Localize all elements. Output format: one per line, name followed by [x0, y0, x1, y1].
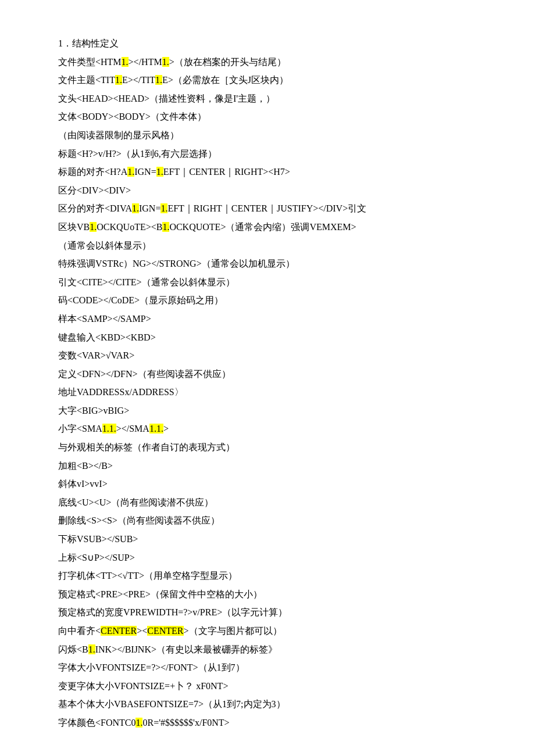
line-25: 斜体vI>vvI>: [58, 475, 488, 493]
highlighted-text: 1.: [122, 57, 129, 67]
highlighted-text: 1.: [132, 203, 139, 213]
highlighted-text: 1.: [162, 222, 169, 232]
highlighted-text: 1.: [160, 203, 167, 213]
highlighted-text: 1.1.: [149, 424, 163, 433]
line-5: 文体<BODY><BODY>（文件本体）: [58, 108, 488, 126]
line-9: 区分<DIV><DIV>: [58, 182, 488, 199]
line-18: 变数<VAR>√VAR>: [58, 347, 488, 364]
highlighted-text: CENTER: [147, 626, 183, 636]
line-20: 地址VADDRESSx/ADDRESS〉: [58, 384, 488, 401]
line-24: 加粗<B></B>: [58, 457, 488, 475]
highlighted-text: 1.: [90, 222, 97, 232]
line-33: 向中看齐<CENTER><CENTER>（文字与图片都可以）: [58, 622, 488, 640]
line-2: 文件类型<HTM1.></HTM1.>（放在档案的开头与结尾）: [58, 53, 488, 71]
main-content: 1．结构性定义文件类型<HTM1.></HTM1.>（放在档案的开头与结尾）文件…: [58, 35, 488, 732]
line-31: 预定格式<PRE><PRE>（保留文件中空格的大小）: [58, 586, 488, 603]
line-29: 上标<S∪P></SUP>: [58, 549, 488, 567]
line-8: 标题的对齐<H?A1.IGN=1.EFT｜CENTER｜RIGHT><H7>: [58, 163, 488, 181]
line-11: 区块VB1.OCKQUoTE><B1.OCKQUOTE>（通常会内缩）强调VEM…: [58, 218, 488, 236]
line-16: 样本<SAMP></SAMP>: [58, 310, 488, 328]
line-36: 变更字体大小VFONTSIZE=+卜？ xF0NT>: [58, 678, 488, 695]
line-27: 删除线<S><S>（尚有些阅读器不供应）: [58, 512, 488, 529]
highlighted-text: 1.: [88, 644, 95, 654]
line-26: 底线<U><U>（尚有些阅读潜不供应）: [58, 494, 488, 511]
highlighted-text: 1.: [135, 718, 142, 728]
line-30: 打字机体<TT><√TT>（用单空格字型显示）: [58, 567, 488, 585]
line-22: 小字<SMA1.1.></SMA1.1.>: [58, 420, 488, 438]
line-32: 预定格式的宽度VPREWIDTH=?>v/PRE>（以字元计算）: [58, 604, 488, 621]
line-7: 标题<H?>v/H?>（从1到6,有六层选择）: [58, 145, 488, 163]
highlighted-text: 1.: [115, 75, 122, 85]
highlighted-text: 1.: [162, 57, 169, 67]
highlighted-text: CENTER: [101, 626, 137, 636]
highlighted-text: 1.: [156, 167, 163, 177]
line-3: 文件主题<TIT1.E></TIT1.E>（必需放在［文头J区块内）: [58, 71, 488, 89]
highlighted-text: 1.: [155, 75, 162, 85]
line-4: 文头<HEAD><HEAD>（描述性资料，像是I'主题，）: [58, 90, 488, 108]
line-37: 基本个体大小VBASEFONTSIZE=7>（从1到7;内定为3）: [58, 696, 488, 713]
line-28: 下标VSUB></SUB>: [58, 531, 488, 548]
line-23: 与外观相关的标签（作者自订的表现方式）: [58, 439, 488, 456]
line-1: 1．结构性定义: [58, 35, 488, 52]
line-15: 码<CODE></CoDE>（显示原始码之用）: [58, 292, 488, 309]
line-17: 键盘输入<KBD><KBD>: [58, 329, 488, 346]
line-19: 定义<DFN></DFN>（有些阅读器不供应）: [58, 366, 488, 383]
highlighted-text: 1.: [127, 167, 134, 177]
line-13: 特殊强调VSTRc）NG></STRONG>（通常会以加机显示）: [58, 255, 488, 273]
line-6: （由阅读器限制的显示风格）: [58, 127, 488, 144]
line-10: 区分的对齐<DIVA1.IGN=1.EFT｜RIGHT｜CENTER｜JUSTI…: [58, 200, 488, 217]
line-38: 字体颜色<FONTC01.0R='#$$$$$$'x/F0NT>: [58, 714, 488, 732]
highlighted-text: 1.1.: [102, 424, 116, 433]
line-35: 字体大小VFONTSIZE=?></FONT>（从1到7）: [58, 659, 488, 676]
line-21: 大字<BIG>vBIG>: [58, 402, 488, 420]
line-14: 引文<CITE></CITE>（通常会以斜体显示）: [58, 274, 488, 291]
line-34: 闪烁<B1.INK></BIJNK>（有史以来最被硼弄的标签》: [58, 641, 488, 658]
line-12: （通常会以斜体显示）: [58, 237, 488, 255]
